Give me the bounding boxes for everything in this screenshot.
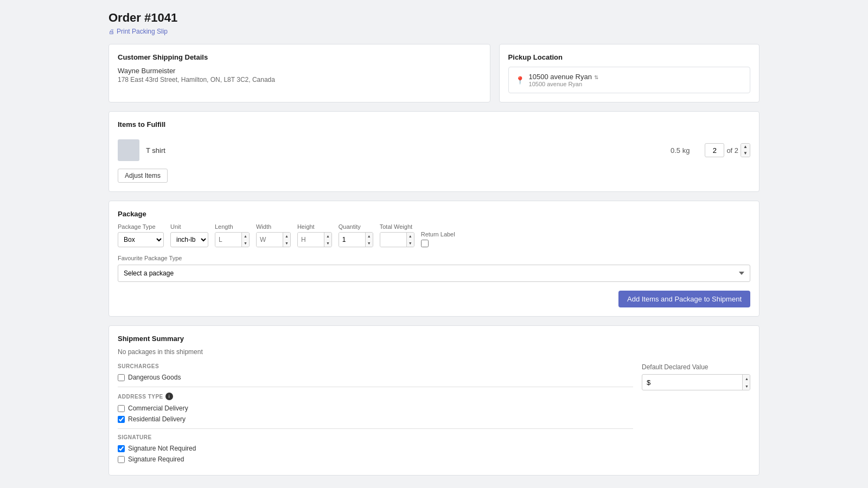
- length-input[interactable]: [215, 233, 241, 247]
- length-increment-button[interactable]: ▲: [242, 233, 249, 240]
- customer-name: Wayne Burmeister: [118, 67, 481, 75]
- commercial-delivery-checkbox[interactable]: [118, 405, 125, 412]
- shipment-summary-card: Shipment Summary No packages in this shi…: [108, 325, 760, 476]
- height-label: Height: [297, 223, 332, 230]
- package-type-select[interactable]: Box Envelope: [118, 232, 164, 247]
- quantity-increment-button[interactable]: ▲: [741, 144, 750, 150]
- shipment-summary-title: Shipment Summary: [118, 335, 750, 343]
- location-pin-icon: 📍: [515, 76, 525, 85]
- dangerous-goods-checkbox[interactable]: [118, 374, 125, 381]
- declared-value-decrement-button[interactable]: ▼: [743, 382, 750, 390]
- signature-not-required-checkbox[interactable]: [118, 445, 125, 452]
- return-label-label: Return Label: [421, 231, 455, 237]
- pickup-location-card: Pickup Location 📍 10500 avenue Ryan ⇅ 10…: [499, 44, 760, 102]
- package-quantity-decrement-button[interactable]: ▼: [366, 240, 373, 247]
- length-field: Length ▲ ▼: [215, 223, 250, 247]
- height-input[interactable]: [298, 233, 324, 247]
- residential-delivery-checkbox[interactable]: [118, 416, 125, 423]
- height-field: Height ▲ ▼: [297, 223, 332, 247]
- residential-delivery-label: Residential Delivery: [128, 415, 186, 423]
- signature-not-required-label: Signature Not Required: [128, 445, 196, 452]
- pickup-card-title: Pickup Location: [508, 53, 750, 61]
- quantity-decrement-button[interactable]: ▼: [741, 150, 750, 157]
- width-decrement-button[interactable]: ▼: [283, 240, 290, 247]
- width-field: Width ▲ ▼: [256, 223, 291, 247]
- pickup-location-main: 10500 avenue Ryan ⇅: [529, 73, 743, 81]
- package-quantity-field: Quantity ▲ ▼: [339, 223, 373, 247]
- fav-package-label: Favourite Package Type: [118, 255, 750, 261]
- summary-columns: SURCHARGES Dangerous Goods ADDRESS TYPE …: [118, 363, 750, 466]
- declared-value-input[interactable]: [642, 376, 742, 389]
- unit-field: Unit inch-lb cm-kg: [170, 223, 208, 247]
- unit-label: Unit: [170, 223, 208, 230]
- add-items-package-button[interactable]: Add Items and Package to Shipment: [618, 291, 750, 307]
- address-type-info-icon[interactable]: i: [165, 393, 173, 400]
- printer-icon: 🖨: [108, 28, 114, 35]
- signature-required-label: Signature Required: [128, 455, 184, 463]
- signature-required-row: Signature Required: [118, 455, 633, 463]
- item-weight: 0.5 kg: [671, 146, 690, 155]
- signature-required-checkbox[interactable]: [118, 456, 125, 463]
- signature-not-required-row: Signature Not Required: [118, 445, 633, 452]
- package-section-title: Package: [118, 210, 750, 218]
- return-label-checkbox[interactable]: [421, 240, 429, 247]
- package-card: Package Package Type Box Envelope Unit i…: [108, 201, 760, 317]
- item-quantity-wrapper: of 2 ▲ ▼: [705, 143, 750, 157]
- height-increment-button[interactable]: ▲: [324, 233, 331, 240]
- item-quantity-input[interactable]: [705, 143, 724, 157]
- summary-left-column: SURCHARGES Dangerous Goods ADDRESS TYPE …: [118, 363, 633, 466]
- items-to-fulfill-card: Items to Fulfill T shirt 0.5 kg of 2 ▲ ▼…: [108, 111, 760, 192]
- length-label: Length: [215, 223, 250, 230]
- commercial-delivery-label: Commercial Delivery: [128, 404, 188, 412]
- customer-address: 178 East 43rd Street, Hamilton, ON, L8T …: [118, 76, 481, 84]
- width-label: Width: [256, 223, 291, 230]
- item-quantity-spinner: ▲ ▼: [741, 143, 750, 157]
- divider-2: [118, 428, 633, 429]
- unit-select[interactable]: inch-lb cm-kg: [170, 232, 208, 247]
- package-quantity-input[interactable]: [339, 233, 365, 247]
- total-weight-increment-button[interactable]: ▲: [407, 233, 414, 240]
- total-weight-label: Total Weight: [380, 223, 414, 230]
- residential-delivery-row: Residential Delivery: [118, 415, 633, 423]
- height-decrement-button[interactable]: ▼: [324, 240, 331, 247]
- package-type-label: Package Type: [118, 223, 164, 230]
- adjust-items-button[interactable]: Adjust Items: [118, 169, 168, 183]
- total-weight-decrement-button[interactable]: ▼: [407, 240, 414, 247]
- package-type-field: Package Type Box Envelope: [118, 223, 164, 247]
- pickup-location-selector[interactable]: 📍 10500 avenue Ryan ⇅ 10500 avenue Ryan: [508, 67, 750, 93]
- item-name: T shirt: [146, 146, 664, 155]
- signature-header: SIGNATURE: [118, 434, 633, 440]
- print-packing-slip-link[interactable]: 🖨 Print Packing Slip: [108, 28, 168, 35]
- table-row: T shirt 0.5 kg of 2 ▲ ▼: [118, 134, 750, 166]
- return-label-field: Return Label: [421, 231, 455, 247]
- order-title: Order #1041: [108, 11, 760, 25]
- dangerous-goods-row: Dangerous Goods: [118, 374, 633, 381]
- fav-package-select[interactable]: Select a package: [118, 265, 750, 282]
- summary-right-column: Default Declared Value ▲ ▼: [642, 363, 750, 466]
- customer-shipping-card: Customer Shipping Details Wayne Burmeist…: [108, 44, 490, 102]
- commercial-delivery-row: Commercial Delivery: [118, 404, 633, 412]
- total-weight-field: Total Weight ▲ ▼: [380, 223, 414, 247]
- items-section-title: Items to Fulfill: [118, 120, 750, 129]
- shipping-card-title: Customer Shipping Details: [118, 53, 481, 61]
- pickup-location-sub: 10500 avenue Ryan: [529, 81, 743, 87]
- package-fields-row: Package Type Box Envelope Unit inch-lb c…: [118, 223, 750, 247]
- package-quantity-increment-button[interactable]: ▲: [366, 233, 373, 240]
- width-increment-button[interactable]: ▲: [283, 233, 290, 240]
- total-weight-input[interactable]: [380, 233, 406, 247]
- declared-value-wrapper: ▲ ▼: [642, 374, 750, 390]
- item-image: [118, 139, 139, 161]
- surcharges-header: SURCHARGES: [118, 363, 633, 369]
- declared-value-increment-button[interactable]: ▲: [743, 375, 750, 382]
- default-declared-value-label: Default Declared Value: [642, 363, 750, 371]
- package-quantity-label: Quantity: [339, 223, 373, 230]
- width-input[interactable]: [257, 233, 283, 247]
- divider-1: [118, 387, 633, 387]
- length-decrement-button[interactable]: ▼: [242, 240, 249, 247]
- favourite-package-wrapper: Favourite Package Type Select a package: [118, 255, 750, 282]
- address-type-header: ADDRESS TYPE: [118, 394, 163, 400]
- no-packages-text: No packages in this shipment: [118, 348, 750, 356]
- item-quantity-of: of 2: [726, 146, 738, 155]
- dangerous-goods-label: Dangerous Goods: [128, 374, 181, 381]
